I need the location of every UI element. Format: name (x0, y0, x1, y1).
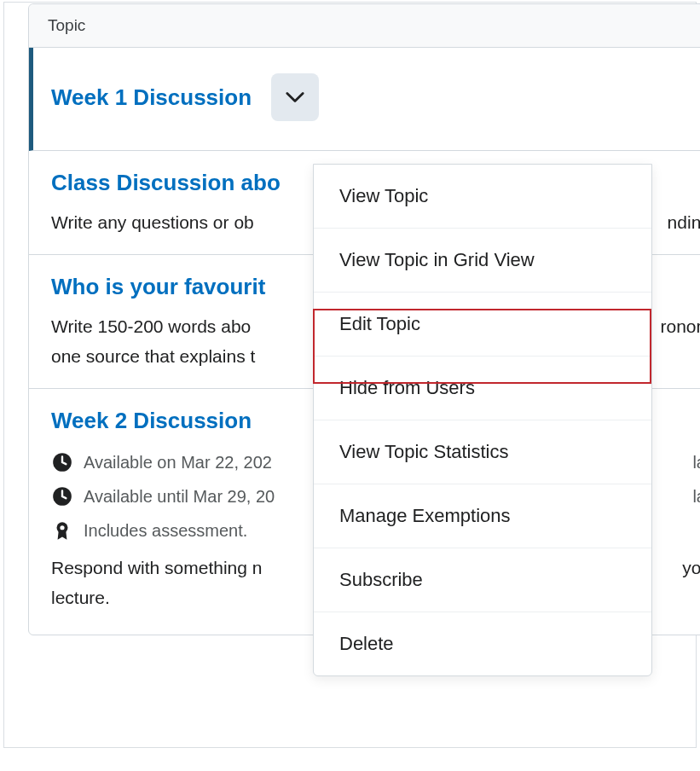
topic-actions-toggle[interactable] (271, 73, 319, 121)
topic-actions-menu: View Topic View Topic in Grid View Edit … (313, 164, 652, 676)
topic-link-favourite[interactable]: Who is your favourit (51, 274, 265, 300)
clock-icon (51, 451, 73, 473)
menu-edit-topic[interactable]: Edit Topic (314, 293, 651, 357)
menu-view-topic[interactable]: View Topic (314, 165, 651, 229)
menu-manage-exemptions[interactable]: Manage Exemptions (314, 484, 651, 548)
topic-row-week1: Week 1 Discussion (29, 48, 700, 151)
menu-delete[interactable]: Delete (314, 612, 651, 675)
panel-header-topic: Topic (29, 4, 700, 48)
menu-view-topic-grid[interactable]: View Topic in Grid View (314, 229, 651, 293)
menu-hide-from-users[interactable]: Hide from Users (314, 357, 651, 420)
topic-link-week2[interactable]: Week 2 Discussion (51, 408, 252, 434)
menu-view-statistics[interactable]: View Topic Statistics (314, 420, 651, 484)
clock-icon (51, 485, 73, 507)
svg-point-3 (60, 525, 64, 530)
topic-link-class-discussion[interactable]: Class Discussion abo (51, 170, 281, 196)
chevron-down-icon (286, 91, 304, 103)
ribbon-icon (51, 519, 73, 542)
topic-link-week1[interactable]: Week 1 Discussion (51, 84, 252, 111)
menu-subscribe[interactable]: Subscribe (314, 548, 651, 612)
